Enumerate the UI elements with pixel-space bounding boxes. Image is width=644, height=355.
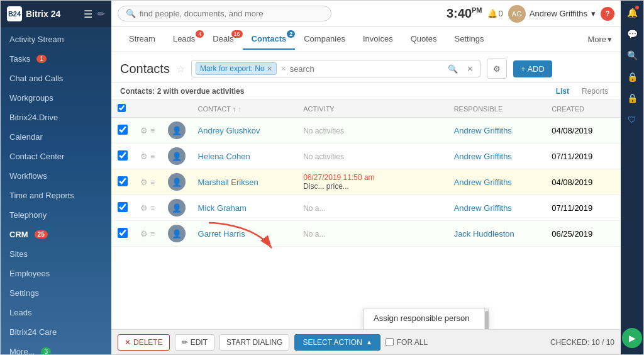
sidebar-item-bitrix24-care[interactable]: Bitrix24 Care — [1, 322, 111, 342]
tab-invoices[interactable]: Invoices — [354, 29, 402, 50]
tab-contacts[interactable]: Contacts 2 — [243, 29, 296, 50]
select-action-button[interactable]: SELECT ACTION ▲ — [294, 334, 380, 351]
sidebar-item-chat-calls[interactable]: Chat and Calls — [1, 69, 111, 88]
select-all-checkbox[interactable] — [118, 104, 126, 112]
caret-up-icon: ▲ — [366, 339, 372, 346]
tab-settings-label: Settings — [455, 34, 484, 43]
contact-name-link[interactable]: Andrey Glushkov — [198, 126, 260, 135]
filter-clear-icon[interactable]: ✕ — [464, 64, 476, 74]
search-icon[interactable]: 🔍 — [623, 46, 641, 65]
row-checkbox[interactable] — [118, 176, 128, 186]
sidebar-item-leads[interactable]: Leads — [1, 303, 111, 322]
sidebar-item-tasks[interactable]: Tasks 1 — [1, 49, 111, 69]
filter-bar: Mark for export: No ✕ ✕ 🔍 ✕ — [191, 60, 480, 77]
row-gear-icon[interactable]: ⚙ — [140, 126, 148, 135]
contact-name-link[interactable]: Helena Cohen — [198, 152, 250, 161]
sidebar-item-more[interactable]: More... 3 — [1, 342, 111, 354]
sidebar-item-sites[interactable]: Sites — [1, 244, 111, 264]
contact-name-link[interactable]: Mick Graham — [198, 203, 247, 213]
row-gear-icon[interactable]: ⚙ — [140, 203, 148, 213]
filter-tag-export[interactable]: Mark for export: No ✕ — [196, 62, 277, 75]
edit-button[interactable]: ✏ EDIT — [175, 334, 214, 351]
tab-settings[interactable]: Settings — [446, 29, 493, 50]
sidebar-item-workgroups[interactable]: Workgroups — [1, 88, 111, 108]
gear-button[interactable]: ⚙ — [487, 59, 507, 79]
edit-icon: ✏ — [182, 338, 188, 347]
row-menu-icon[interactable]: ≡ — [150, 152, 155, 161]
filter-search-input[interactable] — [290, 64, 441, 74]
row-gear-icon[interactable]: ⚙ — [140, 152, 148, 161]
contact-name-link[interactable]: Marshall Eriksen — [198, 178, 258, 187]
shield-icon[interactable]: 🛡 — [623, 110, 641, 129]
row-gear-icon[interactable]: ⚙ — [140, 178, 148, 187]
row-checkbox[interactable] — [118, 150, 128, 161]
tab-more[interactable]: More ▾ — [587, 35, 612, 44]
start-dialing-button[interactable]: START DIALING — [219, 334, 289, 351]
activity-cell: No activities — [303, 152, 344, 161]
favorite-star-icon[interactable]: ☆ — [176, 63, 185, 75]
responsible-link[interactable]: Andrew Griffiths — [454, 152, 512, 161]
sidebar-item-crm[interactable]: CRM 25 — [1, 225, 111, 244]
search-icon: 🔍 — [126, 9, 136, 18]
filter-search-icon[interactable]: 🔍 — [445, 64, 460, 74]
tab-quotes[interactable]: Quotes — [402, 29, 446, 50]
tab-deals[interactable]: Deals 16 — [204, 29, 242, 50]
add-contact-button[interactable]: + ADD — [513, 60, 552, 77]
global-search-input[interactable] — [140, 9, 323, 18]
sidebar-item-contact-center[interactable]: Contact Center — [1, 147, 111, 166]
contacts-header: Contacts ☆ Mark for export: No ✕ ✕ 🔍 ✕ ⚙… — [111, 52, 621, 83]
col-header-contact[interactable]: CONTACT ↑ — [192, 100, 297, 118]
global-search-bar[interactable]: 🔍 — [118, 6, 331, 21]
avatar: AG — [508, 5, 526, 23]
sidebar-item-activity-stream[interactable]: Activity Stream — [1, 30, 111, 49]
responsible-link[interactable]: Andrew Griffiths — [454, 178, 512, 187]
tab-leads[interactable]: Leads 4 — [164, 29, 204, 50]
more-badge: 3 — [41, 347, 51, 354]
notification-icon[interactable]: 🔔 0 — [487, 9, 503, 18]
row-menu-icon[interactable]: ≡ — [150, 178, 155, 187]
for-all-label[interactable]: FOR ALL — [386, 338, 428, 347]
filter-tag-label: Mark for export: No — [200, 64, 265, 73]
tab-stream[interactable]: Stream — [120, 29, 164, 50]
lock-icon-2[interactable]: 🔒 — [623, 89, 641, 108]
dropdown-item-create-call[interactable]: Create call list — [364, 328, 488, 329]
filter-tag-close-icon[interactable]: ✕ — [267, 65, 272, 73]
for-all-checkbox[interactable] — [386, 338, 394, 346]
hamburger-icon[interactable]: ☰ — [84, 8, 92, 20]
go-button[interactable]: ▶ — [622, 328, 642, 348]
sidebar-item-calendar[interactable]: Calendar — [1, 127, 111, 147]
edit-pencil-icon[interactable]: ✏ — [97, 9, 105, 19]
deals-badge: 16 — [231, 30, 243, 38]
created-date: 06/25/2019 — [552, 229, 592, 239]
row-checkbox[interactable] — [118, 228, 128, 238]
dropdown-item-assign[interactable]: Assign responsible person — [364, 308, 488, 328]
contact-name-link[interactable]: Garret Harris — [198, 229, 245, 239]
user-menu[interactable]: AG Andrew Griffiths ▾ — [508, 5, 596, 23]
sidebar-item-bitrix24-drive[interactable]: Bitrix24.Drive — [1, 108, 111, 127]
sidebar-item-workflows[interactable]: Workflows — [1, 166, 111, 186]
row-gear-icon[interactable]: ⚙ — [140, 229, 148, 239]
help-button[interactable]: ? — [601, 7, 614, 21]
responsible-link[interactable]: Jack Huddleston — [454, 229, 514, 239]
sidebar-item-settings[interactable]: Settings — [1, 283, 111, 303]
table-row: ⚙≡ 👤 Andrey Glushkov No activities Andre… — [111, 118, 621, 144]
sidebar-item-label: Workflows — [9, 171, 47, 181]
row-menu-icon[interactable]: ≡ — [150, 126, 155, 135]
sidebar-item-telephony[interactable]: Telephony — [1, 205, 111, 225]
responsible-link[interactable]: Andrew Griffiths — [454, 203, 512, 213]
chat-icon[interactable]: 💬 — [623, 25, 641, 43]
lock-icon-1[interactable]: 🔒 — [623, 67, 641, 86]
sidebar-logo[interactable]: B24 Bitrix 24 — [7, 6, 60, 21]
delete-button[interactable]: ✕ DELETE — [118, 334, 170, 351]
notifications-icon[interactable]: 🔔 — [623, 3, 641, 22]
row-menu-icon[interactable]: ≡ — [150, 203, 155, 213]
tab-companies[interactable]: Companies — [295, 29, 354, 50]
reports-view-button[interactable]: Reports — [578, 86, 612, 97]
responsible-link[interactable]: Andrew Griffiths — [454, 126, 512, 135]
list-view-button[interactable]: List — [552, 86, 573, 97]
sidebar-item-time-reports[interactable]: Time and Reports — [1, 186, 111, 205]
sidebar-item-employees[interactable]: Employees — [1, 264, 111, 283]
row-menu-icon[interactable]: ≡ — [150, 229, 155, 239]
row-checkbox[interactable] — [118, 202, 128, 212]
row-checkbox[interactable] — [118, 125, 128, 135]
